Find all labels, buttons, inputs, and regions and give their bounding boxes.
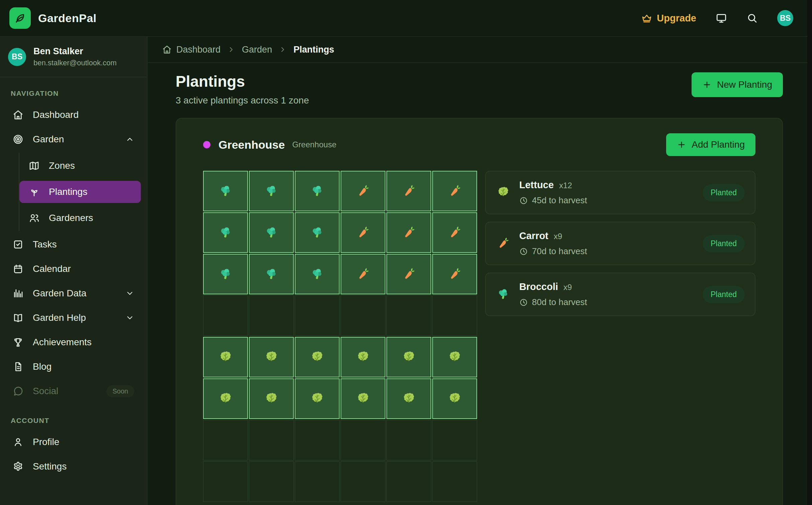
breadcrumb-garden[interactable]: Garden xyxy=(242,45,272,55)
clock-icon xyxy=(519,196,528,205)
grid-cell-empty[interactable] xyxy=(203,461,248,502)
grid-cell-carrot[interactable] xyxy=(386,171,431,211)
broccoli-glyph xyxy=(496,287,511,302)
sidebar-item-garden-data[interactable]: Garden Data xyxy=(5,282,142,304)
sidebar-item-profile[interactable]: Profile xyxy=(5,431,142,453)
grid-cell-empty[interactable] xyxy=(386,295,431,336)
grid-cell-empty[interactable] xyxy=(432,420,477,460)
house-icon xyxy=(162,45,172,54)
carrot-glyph xyxy=(401,225,417,240)
page-subtitle: 3 active plantings across 1 zone xyxy=(176,95,309,106)
grid-cell-empty[interactable] xyxy=(432,295,477,336)
grid-cell-carrot[interactable] xyxy=(341,212,385,253)
sidebar-item-zones[interactable]: Zones xyxy=(19,155,141,177)
grid-cell-broccoli[interactable] xyxy=(203,171,248,211)
zone-name: Greenhouse xyxy=(218,138,285,151)
grid-cell-broccoli[interactable] xyxy=(249,171,294,211)
grid-cell-lettuce[interactable] xyxy=(341,378,385,419)
grid-cell-broccoli[interactable] xyxy=(203,254,248,294)
display-mode-button[interactable] xyxy=(716,12,727,24)
grid-cell-empty[interactable] xyxy=(432,461,477,502)
sidebar-item-garden[interactable]: Garden xyxy=(5,128,142,150)
grid-cell-lettuce[interactable] xyxy=(432,378,477,419)
sidebar-item-social[interactable]: SocialSoon xyxy=(5,380,142,402)
carrot-glyph xyxy=(401,184,417,199)
carrot-glyph xyxy=(447,184,462,199)
grid-cell-broccoli[interactable] xyxy=(295,171,340,211)
grid-cell-lettuce[interactable] xyxy=(432,337,477,377)
breadcrumb-label: Garden xyxy=(242,45,272,55)
sidebar-item-plantings[interactable]: Plantings xyxy=(19,181,141,203)
grid-cell-broccoli[interactable] xyxy=(249,212,294,253)
planting-name: Carrot xyxy=(519,230,548,241)
grid-cell-broccoli[interactable] xyxy=(249,254,294,294)
lettuce-glyph xyxy=(447,391,462,407)
sidebar-item-gardeners[interactable]: Gardeners xyxy=(19,207,141,229)
grid-cell-carrot[interactable] xyxy=(386,254,431,294)
grid-cell-lettuce[interactable] xyxy=(386,378,431,419)
upgrade-button[interactable]: Upgrade xyxy=(641,13,696,24)
grid-cell-empty[interactable] xyxy=(203,420,248,460)
grid-cell-empty[interactable] xyxy=(341,461,385,502)
sidebar-item-settings[interactable]: Settings xyxy=(5,455,142,478)
grid-cell-empty[interactable] xyxy=(386,420,431,460)
grid-cell-lettuce[interactable] xyxy=(249,337,294,377)
grid-cell-lettuce[interactable] xyxy=(386,337,431,377)
grid-cell-lettuce[interactable] xyxy=(295,378,340,419)
grid-cell-empty[interactable] xyxy=(295,461,340,502)
harvest-label: 80d to harvest xyxy=(532,297,587,307)
lettuce-glyph xyxy=(496,185,511,200)
breadcrumb-dashboard[interactable]: Dashboard xyxy=(162,45,220,55)
grid-cell-empty[interactable] xyxy=(295,420,340,460)
grid-cell-empty[interactable] xyxy=(341,420,385,460)
section-label-navigation: NAVIGATION xyxy=(0,77,147,101)
sidebar-item-label: Achievements xyxy=(33,337,92,348)
planting-name: Lettuce xyxy=(519,179,554,191)
sidebar-user-card[interactable]: BS Ben Stalker ben.stalker@outlook.com xyxy=(0,37,147,77)
grid-cell-broccoli[interactable] xyxy=(295,212,340,253)
planting-harvest: 80d to harvest xyxy=(519,297,587,307)
sidebar-item-tasks[interactable]: Tasks xyxy=(5,233,142,256)
grid-cell-lettuce[interactable] xyxy=(249,378,294,419)
grid-cell-carrot[interactable] xyxy=(386,212,431,253)
planting-item-carrot[interactable]: Carrotx970d to harvestPlanted xyxy=(485,222,755,265)
message-circle-icon xyxy=(13,386,23,396)
grid-cell-broccoli[interactable] xyxy=(203,212,248,253)
grid-cell-carrot[interactable] xyxy=(432,171,477,211)
sidebar-item-blog[interactable]: Blog xyxy=(5,356,142,378)
search-button[interactable] xyxy=(746,12,758,24)
grid-cell-empty[interactable] xyxy=(249,295,294,336)
grid-cell-empty[interactable] xyxy=(295,295,340,336)
new-planting-button[interactable]: New Planting xyxy=(692,72,783,97)
grid-cell-empty[interactable] xyxy=(386,461,431,502)
grid-cell-empty[interactable] xyxy=(341,295,385,336)
user-avatar[interactable]: BS xyxy=(777,10,793,26)
page-scrollbar[interactable] xyxy=(807,0,812,505)
grid-cell-lettuce[interactable] xyxy=(295,337,340,377)
breadcrumb-label: Plantings xyxy=(293,45,334,55)
grid-cell-empty[interactable] xyxy=(249,461,294,502)
sidebar-item-label: Calendar xyxy=(33,264,71,274)
grid-cell-lettuce[interactable] xyxy=(203,337,248,377)
grid-cell-carrot[interactable] xyxy=(432,254,477,294)
sidebar-item-dashboard[interactable]: Dashboard xyxy=(5,104,142,126)
grid-cell-empty[interactable] xyxy=(203,295,248,336)
add-planting-label: Add Planting xyxy=(692,139,745,150)
sidebar-item-garden-help[interactable]: Garden Help xyxy=(5,307,142,329)
sidebar-item-achievements[interactable]: Achievements xyxy=(5,331,142,353)
grid-cell-broccoli[interactable] xyxy=(295,254,340,294)
grid-cell-lettuce[interactable] xyxy=(203,378,248,419)
grid-cell-carrot[interactable] xyxy=(432,212,477,253)
grid-cell-empty[interactable] xyxy=(249,420,294,460)
chevron-up-icon xyxy=(125,135,134,144)
broccoli-glyph xyxy=(264,267,279,282)
grid-cell-carrot[interactable] xyxy=(341,254,385,294)
grid-cell-lettuce[interactable] xyxy=(341,337,385,377)
add-planting-button[interactable]: Add Planting xyxy=(666,133,755,156)
sidebar-item-calendar[interactable]: Calendar xyxy=(5,258,142,280)
grid-cell-carrot[interactable] xyxy=(341,171,385,211)
planting-item-lettuce[interactable]: Lettucex1245d to harvestPlanted xyxy=(485,171,755,214)
status-badge: Planted xyxy=(703,235,745,252)
brand: GardenPal xyxy=(9,7,97,29)
planting-item-broccoli[interactable]: Broccolix980d to harvestPlanted xyxy=(485,273,755,316)
